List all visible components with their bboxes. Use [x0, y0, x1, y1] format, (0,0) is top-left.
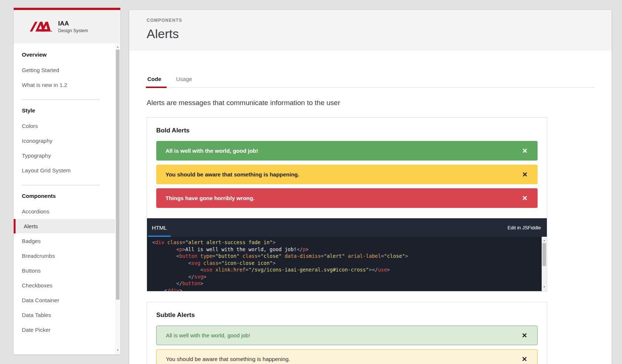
- sidebar-item-date-picker[interactable]: Date Picker: [14, 323, 115, 337]
- alert-message: You should be aware that something is ha…: [166, 356, 522, 362]
- sidebar-item-what-is-new-in-1-2[interactable]: What is new in 1.2: [14, 78, 115, 92]
- sidebar-divider: [22, 100, 100, 100]
- breadcrumb: COMPONENTS: [147, 18, 612, 23]
- page-header: COMPONENTS Alerts: [129, 10, 612, 51]
- alert-subtle-success: All is well with the world, good job!✕: [156, 326, 538, 345]
- sidebar-item-getting-started[interactable]: Getting Started: [14, 63, 115, 77]
- alert-message: You should be aware that something is ha…: [165, 171, 522, 178]
- sidebar-item-data-container[interactable]: Data Container: [14, 293, 115, 307]
- alert-message: All is well with the world, good job!: [166, 332, 522, 338]
- code-panel-header: HTML Edit in JSFiddle: [147, 218, 547, 237]
- code-line: </button>: [152, 280, 537, 287]
- edit-in-jsfiddle-link[interactable]: Edit in JSFiddle: [508, 225, 547, 230]
- brand-header: IAA Design System: [14, 10, 120, 43]
- bold-alerts-card: Bold Alerts All is well with the world, …: [147, 117, 547, 291]
- code-line: </svg>: [152, 273, 537, 280]
- close-icon[interactable]: ✕: [522, 171, 528, 178]
- subtle-alerts-card: Subtle Alerts All is well with the world…: [147, 302, 547, 364]
- close-icon[interactable]: ✕: [522, 332, 527, 339]
- alert-subtle-warning: You should be aware that something is ha…: [156, 349, 538, 364]
- alert-bold-danger: Things have gone horribly wrong.✕: [156, 188, 538, 208]
- sidebar-item-breadcrumbs[interactable]: Breadcrumbs: [14, 249, 115, 263]
- code-viewer: <div class="alert alert-success fade in"…: [147, 237, 547, 291]
- scroll-down-icon[interactable]: ▼: [115, 347, 120, 353]
- page-title: Alerts: [147, 27, 612, 41]
- close-icon[interactable]: ✕: [522, 195, 528, 202]
- subtle-alerts-list: All is well with the world, good job!✕Yo…: [156, 326, 538, 364]
- tab-usage[interactable]: Usage: [175, 74, 193, 87]
- sidebar-item-colors[interactable]: Colors: [14, 119, 115, 133]
- sidebar-scrollbar-thumb[interactable]: [116, 50, 120, 300]
- sidebar-divider: [22, 185, 100, 185]
- main-area: COMPONENTS Alerts Code Usage Alerts are …: [129, 10, 612, 364]
- tab-bar: Code Usage: [147, 74, 595, 88]
- component-description: Alerts are messages that communicate inf…: [147, 99, 595, 107]
- scroll-up-icon[interactable]: ▲: [115, 44, 120, 50]
- code-line: <p>All is well with the world, good job!…: [152, 246, 537, 253]
- close-icon[interactable]: ✕: [522, 148, 528, 154]
- code-line: <use xlink:href="/svg/icons-iaai-general…: [152, 266, 537, 273]
- bold-alerts-list: All is well with the world, good job!✕Yo…: [156, 141, 538, 208]
- scroll-up-icon[interactable]: ▲: [542, 237, 547, 243]
- sidebar-section-title: Components: [14, 193, 115, 199]
- sidebar-item-badges[interactable]: Badges: [14, 234, 115, 248]
- alert-message: All is well with the world, good job!: [165, 148, 522, 154]
- sidebar-item-buttons[interactable]: Buttons: [14, 263, 115, 278]
- code-scrollbar[interactable]: ▲ ▼: [542, 237, 547, 291]
- brand-name: IAA: [58, 20, 88, 27]
- scroll-down-icon[interactable]: ▼: [542, 284, 547, 290]
- sidebar: IAA Design System OverviewGetting Starte…: [14, 10, 120, 354]
- code-tab-html[interactable]: HTML: [148, 218, 171, 237]
- sidebar-item-accordions[interactable]: Accordions: [14, 204, 115, 219]
- code-line: <div class="alert alert-success fade in"…: [152, 239, 537, 246]
- alert-bold-warning: You should be aware that something is ha…: [156, 165, 538, 184]
- sidebar-item-iconography[interactable]: Iconography: [14, 134, 115, 148]
- page-content: Code Usage Alerts are messages that comm…: [129, 74, 612, 364]
- code-line: </div>: [152, 287, 537, 291]
- code-line: <svg class="icon-close icon">: [152, 260, 537, 267]
- code-lines: <div class="alert alert-success fade in"…: [147, 237, 547, 291]
- section-title: Bold Alerts: [156, 127, 538, 134]
- sidebar-item-typography[interactable]: Typography: [14, 148, 115, 163]
- code-panel: HTML Edit in JSFiddle <div class="alert …: [147, 218, 547, 291]
- code-line: <button type="button" class="close" data…: [152, 253, 537, 260]
- sidebar-item-layout-grid-system[interactable]: Layout Grid System: [14, 163, 115, 178]
- sidebar-scrollbar[interactable]: ▲ ▼: [115, 43, 120, 354]
- brand-tagline: Design System: [58, 28, 88, 33]
- sidebar-nav: OverviewGetting StartedWhat is new in 1.…: [14, 43, 120, 354]
- tab-code[interactable]: Code: [147, 74, 162, 87]
- sidebar-section-title: Overview: [14, 51, 115, 58]
- alert-bold-success: All is well with the world, good job!✕: [156, 141, 538, 161]
- alert-message: Things have gone horribly wrong.: [165, 195, 522, 201]
- sidebar-item-checkboxes[interactable]: Checkboxes: [14, 278, 115, 293]
- section-title: Subtle Alerts: [156, 311, 538, 319]
- sidebar-section-title: Style: [14, 107, 115, 114]
- sidebar-nav-list: OverviewGetting StartedWhat is new in 1.…: [14, 51, 115, 337]
- close-icon[interactable]: ✕: [522, 356, 527, 363]
- sidebar-item-alerts[interactable]: Alerts: [14, 219, 115, 233]
- sidebar-item-data-tables[interactable]: Data Tables: [14, 308, 115, 322]
- iaa-logo-icon: [30, 20, 53, 34]
- code-scrollbar-thumb[interactable]: [542, 243, 546, 266]
